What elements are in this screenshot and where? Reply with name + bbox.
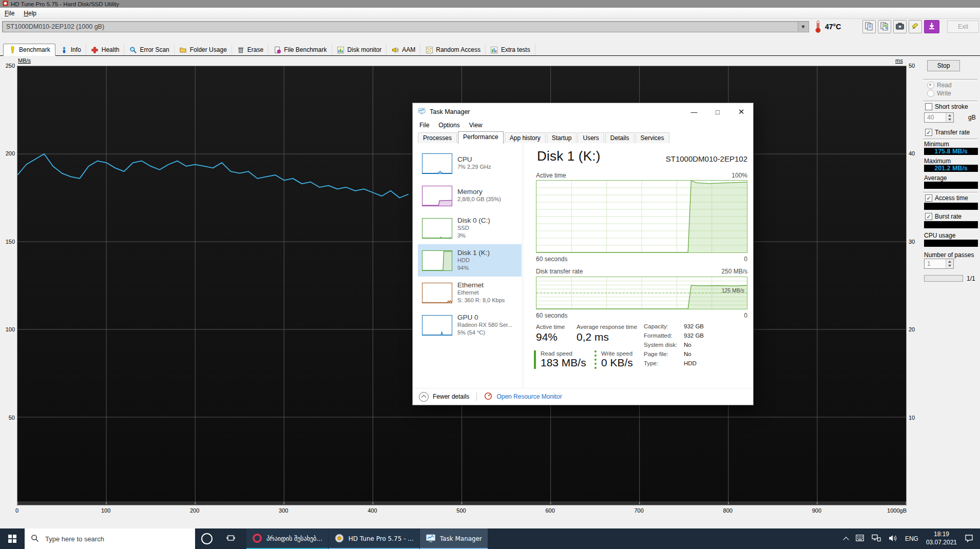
mini-graph-disk-1-k [422,250,452,271]
touch-keyboard-icon[interactable] [856,535,864,543]
spinner-arrows-icon[interactable] [946,113,953,122]
hdtune-tab-error-scan[interactable]: Error Scan [124,44,174,55]
menu-help[interactable]: Help [19,8,41,18]
taskmgr-tab-details[interactable]: Details [605,132,635,143]
temperature-readout: 47°C [825,23,841,31]
tm-sidebar-item-gpu-0[interactable]: GPU 0Radeon RX 580 Ser...5% (54 °C) [418,309,522,341]
disk-properties: Capacity:932 GBFormatted:932 GBSystem di… [644,323,704,369]
taskmgr-content: CPU7% 2,29 GHzMemory2,8/8,0 GB (35%)Disk… [413,143,753,388]
taskbar-app-task-manager[interactable]: Task Manager [420,528,488,549]
maximize-icon[interactable]: □ [706,103,729,121]
exit-button[interactable]: Exit [947,21,979,33]
taskbar-search[interactable] [25,528,195,549]
network-icon[interactable] [872,534,881,543]
chart-x-right: 0 [744,256,747,263]
info-icon [60,46,68,54]
sidebar-item-title: Memory [457,188,501,195]
taskmgr-tab-startup[interactable]: Startup [547,132,577,143]
tab-label: Erase [247,46,263,53]
hdtune-tab-aam[interactable]: AAM [387,44,420,55]
error-scan-icon [129,46,137,54]
hdtune-tab-erase[interactable]: Erase [232,44,268,55]
y-right-tick: 20 [909,326,915,332]
taskmgr-tab-app-history[interactable]: App history [505,132,546,143]
hdtune-tab-disk-monitor[interactable]: Disk monitor [332,44,387,55]
tm-sidebar-item-ethernet[interactable]: EthernetEthernetS: 360 R: 8,0 Kbps [418,277,522,309]
taskbar-app-label: HD Tune Pro 5.75 - ... [349,535,414,542]
menu-view[interactable]: View [465,121,487,131]
burst-rate-checkbox[interactable]: ✓ Burst rate [925,213,962,220]
taskmgr-tab-services[interactable]: Services [636,132,669,143]
active-time-chart-max: 100% [732,172,747,179]
hidden-icons-chevron-icon[interactable] [843,537,849,542]
window-controls: — □ ✕ [682,103,753,121]
tm-sidebar-item-disk-0-c[interactable]: Disk 0 (C:)SSD3% [418,212,522,244]
download-button[interactable] [924,20,939,33]
disk-property-row: Page file:No [644,350,704,360]
copy-image-button[interactable] [878,20,891,33]
taskbar-app-[interactable]: პრაიდის შესახებ... [246,528,328,549]
hdtune-icon [334,533,344,545]
menu-file[interactable]: File [0,8,19,18]
property-key: System disk: [644,342,684,348]
hdtune-tab-info[interactable]: Info [55,44,86,55]
menu-file[interactable]: File [415,121,434,131]
y-left-unit: MB/s [18,57,31,64]
taskbar-app-hd-tune-pro-575[interactable]: HD Tune Pro 5.75 - ... [329,528,419,549]
hdtune-tab-health[interactable]: Health [86,44,125,55]
taskmgr-titlebar[interactable]: Task Manager — □ ✕ [413,103,753,121]
mini-graph-cpu [422,153,452,174]
fewer-details-button[interactable]: Fewer details [433,393,469,400]
action-center-icon[interactable] [965,534,974,544]
read-radio[interactable]: Read [927,82,952,89]
drive-select[interactable]: ST1000DM010-2EP102 (1000 gB) ▾ [2,21,809,32]
minimize-icon[interactable]: — [682,103,706,121]
hdtune-tab-extra-tests[interactable]: Extra tests [486,44,535,55]
copy-report-button[interactable] [862,20,876,33]
transfer-rate-checkbox[interactable]: ✓ Transfer rate [925,129,970,136]
write-radio[interactable]: Write [927,90,951,97]
taskmgr-tab-users[interactable]: Users [578,132,604,143]
search-input[interactable] [44,535,164,543]
spinner-arrows-icon[interactable] [946,259,953,268]
menu-options[interactable]: Options [434,121,464,131]
sidebar-item-title: CPU [457,155,491,163]
chevron-up-circle-icon[interactable] [419,392,429,402]
stop-button[interactable]: Stop [927,60,960,71]
export-button[interactable] [909,20,922,33]
hdtune-tab-benchmark[interactable]: Benchmark [3,44,55,56]
x-tick: 300 [273,507,294,514]
open-resource-monitor-link[interactable]: Open Resource Monitor [496,393,562,400]
tab-label: Extra tests [501,46,530,53]
hdtune-tab-folder-usage[interactable]: Folder Usage [175,44,232,55]
passes-spinner[interactable]: 1 [924,259,954,269]
tm-sidebar-item-memory[interactable]: Memory2,8/8,0 GB (35%) [418,180,522,212]
hdtune-tab-file-benchmark[interactable]: File Benchmark [268,44,332,55]
read-speed-label: Read speed [541,350,586,357]
taskbar-clock[interactable]: 18:19 03.07.2021 [926,531,957,546]
screenshot-button[interactable] [893,20,907,33]
chevron-down-icon[interactable]: ▾ [798,22,808,31]
volume-icon[interactable] [889,535,897,543]
close-icon[interactable]: ✕ [729,103,753,121]
hdtune-tab-random-access[interactable]: Random Access [420,44,486,55]
tab-label: Random Access [436,46,481,53]
short-stroke-spinner[interactable]: 40 [924,112,954,123]
windows-logo-icon [8,535,16,543]
access-time-checkbox[interactable]: ✓ Access time [925,194,968,202]
cortana-button[interactable] [195,528,219,549]
burst-rate-value [924,221,978,228]
language-indicator[interactable]: ENG [905,535,918,542]
y-right-tick: 10 [909,415,915,421]
tm-sidebar-item-cpu[interactable]: CPU7% 2,29 GHz [418,147,522,180]
taskmgr-tab-performance[interactable]: Performance [458,131,504,144]
taskmgr-tab-processes[interactable]: Processes [418,132,457,143]
download-icon [928,22,936,32]
x-tick: 900 [806,507,827,514]
short-stroke-checkbox[interactable]: Short stroke [925,103,968,110]
task-view-button[interactable] [219,528,242,549]
start-button[interactable] [0,528,25,549]
checkbox-icon: ✓ [925,194,932,202]
tab-label: Health [102,46,120,53]
tm-sidebar-item-disk-1-k[interactable]: Disk 1 (K:)HDD94% [418,244,522,277]
